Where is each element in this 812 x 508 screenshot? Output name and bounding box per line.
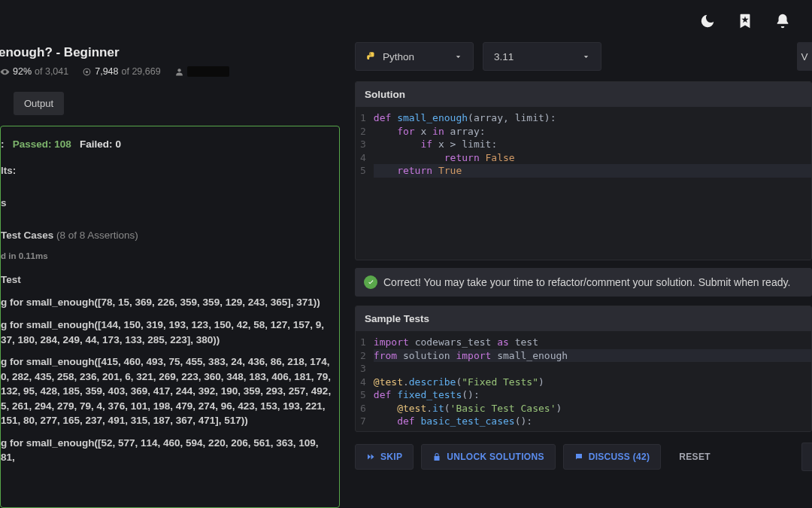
output-scroll[interactable]: : Passed: 108 Failed: 0 lts: s Test Case… — [1, 126, 339, 507]
unlock-label: UNLOCK SOLUTIONS — [447, 452, 544, 462]
satisfaction-pct: 92% — [13, 66, 32, 77]
left-pane: enough? - Beginner 92% of 3,041 7,948 of… — [0, 42, 346, 508]
reset-button[interactable]: RESET — [668, 445, 721, 469]
discuss-label: DISCUSS (42) — [589, 452, 650, 462]
tests-header: Sample Tests — [356, 306, 811, 331]
suite-s: s — [1, 196, 332, 211]
test-result-line: g for small_enough([144, 150, 319, 193, … — [1, 318, 332, 347]
passed-count: 108 — [54, 138, 71, 150]
time-note: d in 0.11ms — [1, 250, 332, 263]
test-cases-label: Test Cases — [1, 230, 53, 241]
test-cases-row: Test Cases (8 of 8 Assertions) — [1, 228, 332, 244]
test-result-line: g for small_enough([78, 15, 369, 226, 35… — [1, 295, 332, 310]
bell-icon[interactable] — [774, 13, 791, 29]
completed-stat: 7,948 of 29,669 — [82, 66, 160, 77]
solution-header: Solution — [356, 82, 811, 107]
check-icon — [364, 275, 377, 289]
tests-editor[interactable]: 12345678 import codewars_test as testfro… — [356, 331, 811, 432]
language-label: Python — [383, 51, 414, 62]
completed-count: 7,948 — [95, 66, 118, 77]
completed-of: of 29,669 — [122, 66, 161, 77]
tests-code[interactable]: import codewars_test as testfrom solutio… — [374, 336, 811, 432]
tests-panel: Sample Tests 12345678 import codewars_te… — [355, 306, 812, 432]
svg-point-3 — [177, 68, 180, 71]
test-result-line: g for small_enough([52, 577, 114, 460, 5… — [1, 436, 332, 465]
chevron-down-icon — [454, 53, 462, 61]
output-tab[interactable]: Output — [14, 92, 64, 115]
kata-title: enough? - Beginner — [0, 42, 346, 66]
discuss-button[interactable]: DISCUSS (42) — [563, 444, 662, 470]
passed-label: Passed: — [13, 138, 52, 150]
tests-gutter: 12345678 — [356, 336, 374, 432]
failed-count: 0 — [115, 138, 121, 150]
test-result-line: g for small_enough([415, 460, 493, 75, 4… — [1, 354, 332, 428]
main-area: enough? - Beginner 92% of 3,041 7,948 of… — [0, 42, 812, 508]
bookmark-icon[interactable] — [737, 13, 753, 29]
python-icon — [366, 51, 377, 62]
skip-label: SKIP — [380, 452, 402, 462]
lock-icon — [432, 452, 441, 461]
vim-toggle[interactable]: V — [797, 42, 812, 71]
author-name-redacted — [187, 66, 229, 77]
kata-stats: 92% of 3,041 7,948 of 29,669 — [0, 66, 346, 87]
failed-label: Failed: — [80, 138, 113, 150]
satisfaction-icon — [0, 67, 10, 77]
chevron-down-icon — [582, 53, 590, 61]
results-label: lts: — [1, 163, 332, 179]
comment-icon — [574, 452, 583, 461]
result-lines: g for small_enough([78, 15, 369, 226, 35… — [1, 295, 332, 465]
assertions-note: (8 of 8 Assertions) — [56, 230, 138, 241]
solution-panel: Solution 12345 def small_enough(array, l… — [355, 81, 812, 260]
version-dropdown[interactable]: 3.11 — [483, 42, 601, 71]
top-bar — [0, 0, 812, 42]
output-panel: : Passed: 108 Failed: 0 lts: s Test Case… — [0, 126, 340, 508]
satisfaction-of: of 3,041 — [35, 66, 68, 77]
submit-edge[interactable] — [801, 443, 812, 471]
unlock-button[interactable]: UNLOCK SOLUTIONS — [421, 444, 555, 470]
test-subheader: Test — [1, 272, 332, 288]
bottom-actions: SKIP UNLOCK SOLUTIONS DISCUSS (42) RESET — [355, 440, 812, 471]
language-dropdown[interactable]: Python — [355, 42, 474, 71]
solution-editor[interactable]: 12345 def small_enough(array, limit): fo… — [356, 107, 811, 260]
right-pane: Python 3.11 V Solution 12345 def small_e… — [346, 42, 812, 508]
satisfaction-stat: 92% of 3,041 — [0, 66, 68, 77]
skip-button[interactable]: SKIP — [355, 444, 414, 470]
solution-gutter: 12345 — [356, 111, 374, 255]
completed-icon — [82, 67, 92, 77]
test-summary: : Passed: 108 Failed: 0 — [1, 137, 332, 153]
skip-icon — [366, 452, 375, 461]
dropdown-row: Python 3.11 V — [355, 42, 812, 71]
user-icon — [174, 67, 184, 77]
summary-prefix: : — [1, 138, 5, 150]
author-stat[interactable] — [174, 66, 229, 77]
svg-point-2 — [86, 70, 88, 72]
version-label: 3.11 — [494, 51, 514, 62]
dark-mode-icon[interactable] — [699, 13, 716, 29]
correct-message: Correct! You may take your time to refac… — [383, 276, 790, 288]
solution-code[interactable]: def small_enough(array, limit): for x in… — [374, 111, 811, 255]
correct-bar: Correct! You may take your time to refac… — [355, 268, 812, 297]
